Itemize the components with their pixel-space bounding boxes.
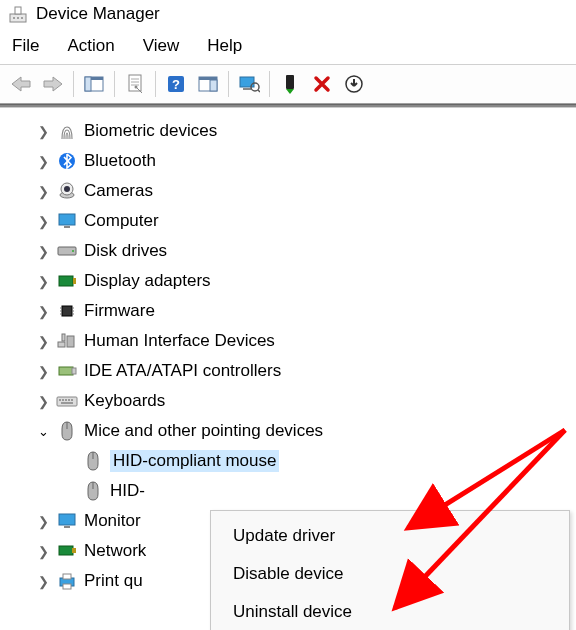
context-menu: Update driver Disable device Uninstall d… — [210, 510, 570, 630]
svg-line-21 — [258, 90, 260, 92]
svg-rect-32 — [59, 276, 73, 286]
menu-file[interactable]: File — [12, 36, 39, 56]
scan-hardware-button[interactable] — [234, 69, 264, 99]
svg-point-31 — [72, 250, 74, 252]
tree-child-hid-mouse-2[interactable]: HID- — [20, 476, 576, 506]
expand-icon[interactable]: ❯ — [36, 154, 50, 169]
network-icon — [56, 540, 78, 562]
context-label: Uninstall device — [233, 602, 352, 622]
menu-help[interactable]: Help — [207, 36, 242, 56]
tree-item-firmware[interactable]: ❯ Firmware — [20, 296, 576, 326]
fingerprint-icon — [56, 120, 78, 142]
svg-rect-58 — [59, 546, 73, 555]
monitor-icon — [56, 210, 78, 232]
svg-rect-61 — [63, 574, 71, 579]
tree-item-cameras[interactable]: ❯ Cameras — [20, 176, 576, 206]
bluetooth-icon — [56, 150, 78, 172]
tree-item-biometric[interactable]: ❯ Biometric devices — [20, 116, 576, 146]
svg-rect-41 — [58, 342, 65, 347]
ide-icon — [56, 360, 78, 382]
show-hide-console-tree-button[interactable] — [79, 69, 109, 99]
menu-view[interactable]: View — [143, 36, 180, 56]
expand-icon[interactable]: ❯ — [36, 304, 50, 319]
tree-item-hid[interactable]: ❯ Human Interface Devices — [20, 326, 576, 356]
drive-icon — [56, 240, 78, 262]
expand-icon[interactable]: ❯ — [36, 274, 50, 289]
tree-label: Cameras — [84, 181, 153, 201]
expand-icon[interactable]: ❯ — [36, 334, 50, 349]
tree-label: Keyboards — [84, 391, 165, 411]
printer-icon — [56, 570, 78, 592]
svg-point-27 — [64, 186, 70, 192]
tree-item-ide[interactable]: ❯ IDE ATA/ATAPI controllers — [20, 356, 576, 386]
svg-rect-8 — [129, 75, 141, 91]
window-title: Device Manager — [36, 4, 160, 24]
context-uninstall-device[interactable]: Uninstall device — [211, 593, 569, 630]
svg-rect-46 — [57, 397, 77, 406]
context-disable-device[interactable]: Disable device — [211, 555, 569, 593]
mouse-icon — [82, 480, 104, 502]
enable-device-button[interactable] — [275, 69, 305, 99]
svg-rect-34 — [62, 306, 72, 316]
collapse-icon[interactable]: ⌄ — [36, 424, 50, 439]
forward-button[interactable] — [38, 69, 68, 99]
update-driver-button[interactable] — [339, 69, 369, 99]
svg-rect-59 — [72, 548, 76, 553]
display-adapter-icon — [56, 270, 78, 292]
back-button[interactable] — [6, 69, 36, 99]
context-label: Update driver — [233, 526, 335, 546]
help-button[interactable]: ? — [161, 69, 191, 99]
expand-icon[interactable]: ❯ — [36, 124, 50, 139]
menu-action[interactable]: Action — [67, 36, 114, 56]
uninstall-device-button[interactable] — [307, 69, 337, 99]
expand-icon[interactable]: ❯ — [36, 544, 50, 559]
svg-point-12 — [135, 86, 138, 89]
camera-icon — [56, 180, 78, 202]
tree-label: Display adapters — [84, 271, 211, 291]
svg-rect-19 — [243, 88, 251, 90]
hid-icon — [56, 330, 78, 352]
action-pane-button[interactable] — [193, 69, 223, 99]
expand-icon[interactable]: ❯ — [36, 244, 50, 259]
tree-label: Biometric devices — [84, 121, 217, 141]
tree-item-bluetooth[interactable]: ❯ Bluetooth — [20, 146, 576, 176]
toolbar: ? — [0, 64, 576, 104]
menu-bar: File Action View Help — [0, 30, 576, 64]
tree-item-display-adapters[interactable]: ❯ Display adapters — [20, 266, 576, 296]
tree-label: Bluetooth — [84, 151, 156, 171]
svg-rect-57 — [64, 526, 70, 528]
expand-icon[interactable]: ❯ — [36, 184, 50, 199]
tree-child-hid-mouse-1[interactable]: HID-compliant mouse — [20, 446, 576, 476]
expand-icon[interactable]: ❯ — [36, 574, 50, 589]
tree-item-disk-drives[interactable]: ❯ Disk drives — [20, 236, 576, 266]
svg-rect-45 — [72, 368, 76, 374]
tree-label: Network — [84, 541, 146, 561]
tree-item-mice[interactable]: ⌄ Mice and other pointing devices — [20, 416, 576, 446]
tree-label: HID- — [110, 481, 145, 501]
expand-icon[interactable]: ❯ — [36, 214, 50, 229]
svg-rect-51 — [71, 399, 73, 401]
tree-label: Firmware — [84, 301, 155, 321]
tree-label: Computer — [84, 211, 159, 231]
context-update-driver[interactable]: Update driver — [211, 517, 569, 555]
expand-icon[interactable]: ❯ — [36, 394, 50, 409]
svg-point-3 — [17, 17, 19, 19]
tree-item-computer[interactable]: ❯ Computer — [20, 206, 576, 236]
svg-rect-33 — [73, 278, 76, 284]
device-manager-icon — [8, 4, 28, 24]
svg-rect-44 — [59, 367, 73, 375]
svg-point-4 — [21, 17, 23, 19]
svg-rect-56 — [59, 514, 75, 525]
properties-button[interactable] — [120, 69, 150, 99]
tree-label: HID-compliant mouse — [110, 450, 279, 472]
tree-label: Mice and other pointing devices — [84, 421, 323, 441]
tree-item-keyboards[interactable]: ❯ Keyboards — [20, 386, 576, 416]
tree-label: IDE ATA/ATAPI controllers — [84, 361, 281, 381]
expand-icon[interactable]: ❯ — [36, 364, 50, 379]
svg-rect-42 — [67, 336, 74, 347]
tree-label: Human Interface Devices — [84, 331, 275, 351]
mouse-icon — [56, 420, 78, 442]
expand-icon[interactable]: ❯ — [36, 514, 50, 529]
tree-label: Monitor — [84, 511, 141, 531]
mouse-icon — [82, 450, 104, 472]
